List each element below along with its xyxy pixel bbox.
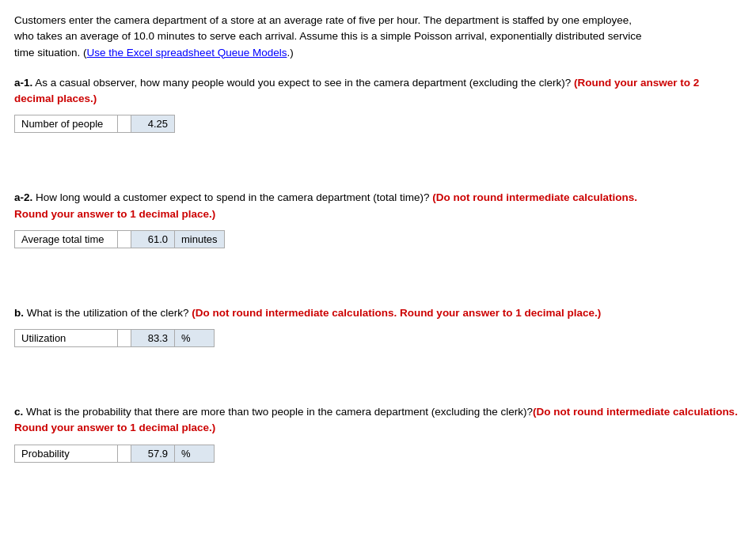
- q-a2-unit-cell: minutes: [175, 230, 225, 248]
- intro-text-2: who takes an average of 10.0 minutes to …: [14, 30, 641, 42]
- q-c-divider: [118, 445, 131, 462]
- q-a2-text: How long would a customer expect to spen…: [32, 191, 429, 203]
- q-a2-value-cell[interactable]: 61.0: [131, 230, 175, 248]
- q-a1-value-cell[interactable]: 4.25: [131, 115, 175, 133]
- intro-paragraph: Customers enter the camera department of…: [14, 13, 742, 61]
- q-b-label-cell: Utilization: [15, 330, 118, 347]
- q-b-text: What is the utilization of the clerk?: [24, 307, 189, 319]
- question-a2: a-2. How long would a customer expect to…: [14, 190, 742, 248]
- q-a1-text: As a casual observer, how many people wo…: [32, 77, 571, 89]
- q-a2-label-cell: Average total time: [15, 230, 118, 248]
- q-a1-label-cell: Number of people: [15, 115, 118, 133]
- q-b-value-cell[interactable]: 83.3: [131, 330, 175, 347]
- q-a2-divider: [118, 230, 131, 248]
- q-c-unit-cell: %: [175, 445, 215, 462]
- q-a2-prefix: a-2.: [14, 191, 32, 203]
- q-b-bold: (Do not round intermediate calculations.…: [189, 307, 602, 319]
- q-c-text: What is the probability that there are m…: [23, 406, 533, 418]
- q-a2-answer-table: Average total time 61.0 minutes: [14, 230, 225, 248]
- q-c-label: c. What is the probability that there ar…: [14, 404, 742, 437]
- q-b-prefix: b.: [14, 307, 24, 319]
- q-a2-bold1: (Do not round intermediate calculations.: [430, 191, 638, 203]
- q-a2-bold2: Round your answer to 1 decimal place.): [14, 208, 215, 220]
- intro-text-3: time situation. (: [14, 47, 87, 59]
- q-b-label: b. What is the utilization of the clerk?…: [14, 305, 742, 321]
- q-c-value-cell[interactable]: 57.9: [131, 445, 175, 462]
- q-b-unit-cell: %: [175, 330, 215, 347]
- q-b-answer-table: Utilization 83.3 %: [14, 329, 215, 347]
- intro-text-1: Customers enter the camera department of…: [14, 14, 632, 26]
- question-c: c. What is the probability that there ar…: [14, 404, 742, 463]
- q-a1-answer-table: Number of people 4.25: [14, 115, 175, 133]
- question-a1: a-1. As a casual observer, how many peop…: [14, 75, 742, 134]
- q-a1-divider: [118, 115, 131, 133]
- spreadsheet-link[interactable]: Use the Excel spreadsheet Queue Models: [87, 47, 287, 59]
- question-b: b. What is the utilization of the clerk?…: [14, 305, 742, 347]
- q-b-divider: [118, 330, 131, 347]
- intro-text-4: .): [287, 47, 293, 59]
- q-a2-label: a-2. How long would a customer expect to…: [14, 190, 742, 222]
- q-a1-prefix: a-1.: [14, 77, 32, 89]
- q-c-prefix: c.: [14, 406, 23, 418]
- q-c-label-cell: Probability: [15, 445, 118, 462]
- q-a1-label: a-1. As a casual observer, how many peop…: [14, 75, 742, 108]
- q-c-answer-table: Probability 57.9 %: [14, 445, 215, 463]
